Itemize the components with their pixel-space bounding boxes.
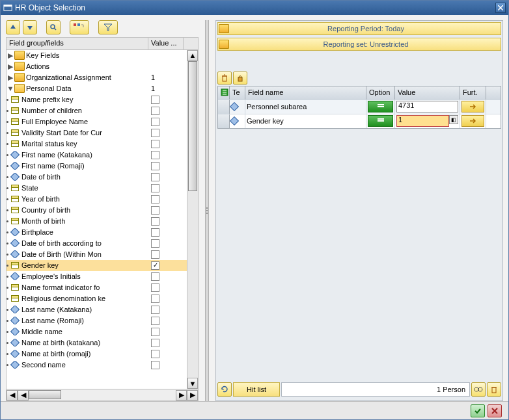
scroll-right2-button[interactable]: ▶ xyxy=(187,390,198,400)
value-input[interactable]: 1 xyxy=(396,115,449,127)
checkbox[interactable] xyxy=(151,283,159,292)
tree-row[interactable]: Date of birth xyxy=(7,172,198,183)
refresh-button[interactable] xyxy=(217,382,232,397)
checkbox[interactable] xyxy=(151,350,159,358)
scroll-left2-button[interactable]: ◀ xyxy=(18,390,29,400)
grid-header-tech[interactable]: Te xyxy=(230,86,245,99)
tree-row[interactable]: Second name xyxy=(7,360,198,371)
ok-button[interactable] xyxy=(471,404,485,417)
checkbox[interactable] xyxy=(151,295,159,303)
further-cell[interactable] xyxy=(460,100,486,114)
hscroll-thumb[interactable] xyxy=(29,390,61,399)
expand-icon[interactable]: ▶ xyxy=(7,62,14,71)
row-header[interactable] xyxy=(218,100,230,114)
checkbox[interactable] xyxy=(151,261,159,270)
tree-row[interactable]: Country of birth xyxy=(7,205,198,216)
grid-row[interactable]: Gender key1◧ xyxy=(218,114,501,128)
tree-header-fieldgroup[interactable]: Field group/fields xyxy=(7,38,148,49)
tree-row[interactable]: Name at birth (katakana) xyxy=(7,337,198,348)
tree-row[interactable]: Name prefix key xyxy=(7,94,198,105)
expand-icon[interactable]: ▶ xyxy=(7,51,14,60)
checkbox[interactable] xyxy=(151,129,159,137)
tree-row[interactable]: First name (Katakana) xyxy=(7,150,198,161)
option-cell[interactable] xyxy=(366,100,395,114)
tree-row[interactable]: Month of birth xyxy=(7,216,198,227)
expand-icon[interactable]: ▶ xyxy=(7,73,14,82)
checkbox[interactable] xyxy=(151,151,159,159)
value-input[interactable]: 4731 xyxy=(396,101,458,112)
scroll-up-button[interactable]: ▲ xyxy=(187,50,198,61)
reporting-period-bar[interactable]: Reporting Period: Today xyxy=(217,22,501,35)
tree-row[interactable]: Employee's Initials xyxy=(7,271,198,282)
tree-row[interactable]: First name (Romaji) xyxy=(7,161,198,172)
scroll-right-button[interactable]: ▶ xyxy=(176,390,187,400)
tree-row[interactable]: Middle name xyxy=(7,326,198,337)
tree-row[interactable]: ▶Actions xyxy=(7,61,198,72)
checkbox[interactable] xyxy=(151,140,159,148)
grid-header-value[interactable]: Value xyxy=(395,86,460,99)
checkbox[interactable] xyxy=(151,361,159,369)
checkbox[interactable] xyxy=(151,206,159,215)
checkbox[interactable] xyxy=(151,173,159,181)
checkbox[interactable] xyxy=(151,217,159,226)
tree-row[interactable]: Name format indicator fo xyxy=(7,282,198,293)
further-button[interactable] xyxy=(461,115,484,127)
hit-list-button[interactable]: Hit list xyxy=(233,382,280,397)
tree-row[interactable]: Number of children xyxy=(7,105,198,116)
tree-row[interactable]: Date of birth according to xyxy=(7,238,198,249)
trash-button[interactable] xyxy=(487,382,501,397)
checkbox[interactable] xyxy=(151,239,159,248)
find-button[interactable] xyxy=(46,20,61,34)
scroll-down-button[interactable]: ▼ xyxy=(187,378,198,389)
checkbox[interactable] xyxy=(151,118,159,126)
tree-row[interactable]: Birthplace xyxy=(7,227,198,238)
further-button[interactable] xyxy=(461,101,484,112)
checkbox[interactable] xyxy=(151,162,159,170)
option-cell[interactable] xyxy=(366,114,395,128)
tree-row[interactable]: Validity Start Date for Cur xyxy=(7,127,198,138)
filter-button[interactable] xyxy=(98,20,118,34)
tree-row[interactable]: Name at birth (romaji) xyxy=(7,348,198,360)
tree-display-button[interactable] xyxy=(70,20,89,34)
tree-row[interactable]: Full Employee Name xyxy=(7,116,198,127)
collapse-all-button[interactable] xyxy=(23,20,37,34)
delete-row-button[interactable] xyxy=(217,72,232,85)
collapse-icon[interactable]: ▼ xyxy=(7,85,14,92)
checkbox[interactable] xyxy=(151,228,159,237)
tree-row[interactable]: ▼Personal Data1 xyxy=(7,83,198,94)
checkbox[interactable] xyxy=(151,96,159,104)
tree-row[interactable]: Gender key xyxy=(7,260,198,271)
tree-row[interactable]: Religious denomination ke xyxy=(7,293,198,304)
tree-vscroll[interactable]: ▲ ▼ xyxy=(187,50,198,389)
tree-row[interactable]: Last name (Romaji) xyxy=(7,315,198,326)
tree-row[interactable]: Date of Birth (Within Mon xyxy=(7,249,198,260)
value-cell[interactable]: 4731 xyxy=(395,100,460,114)
checkbox[interactable] xyxy=(151,184,159,192)
row-header[interactable] xyxy=(218,114,230,128)
f4-help-button[interactable]: ◧ xyxy=(449,115,458,124)
grid-row-selector-header[interactable] xyxy=(218,86,230,99)
tree-hscroll[interactable]: ◀ ◀ ▶ ▶ xyxy=(6,389,199,401)
expand-all-button[interactable] xyxy=(6,20,20,34)
value-cell[interactable]: 1◧ xyxy=(395,114,460,128)
grid-header-further[interactable]: Furt. xyxy=(460,86,486,99)
checkbox[interactable] xyxy=(151,107,159,115)
checkbox[interactable] xyxy=(151,317,159,325)
lock-button[interactable] xyxy=(233,72,247,85)
cancel-button[interactable] xyxy=(488,404,502,417)
grid-header-fieldname[interactable]: Field name xyxy=(245,86,366,99)
option-button[interactable] xyxy=(368,101,393,112)
checkbox[interactable] xyxy=(151,328,159,336)
checkbox[interactable] xyxy=(151,250,159,259)
checkbox[interactable] xyxy=(151,306,159,314)
scroll-left-button[interactable]: ◀ xyxy=(7,390,18,400)
option-button[interactable] xyxy=(368,115,393,127)
tree-row[interactable]: State xyxy=(7,183,198,194)
tree-row[interactable]: Marital status key xyxy=(7,138,198,150)
grid-row[interactable]: Personnel subarea4731 xyxy=(218,99,501,114)
checkbox[interactable] xyxy=(151,339,159,347)
tree-row[interactable]: ▶Organizational Assignment1 xyxy=(7,72,198,83)
tree-row[interactable]: ▶Key Fields xyxy=(7,50,198,61)
further-cell[interactable] xyxy=(460,114,486,128)
splitter[interactable] xyxy=(205,20,209,401)
